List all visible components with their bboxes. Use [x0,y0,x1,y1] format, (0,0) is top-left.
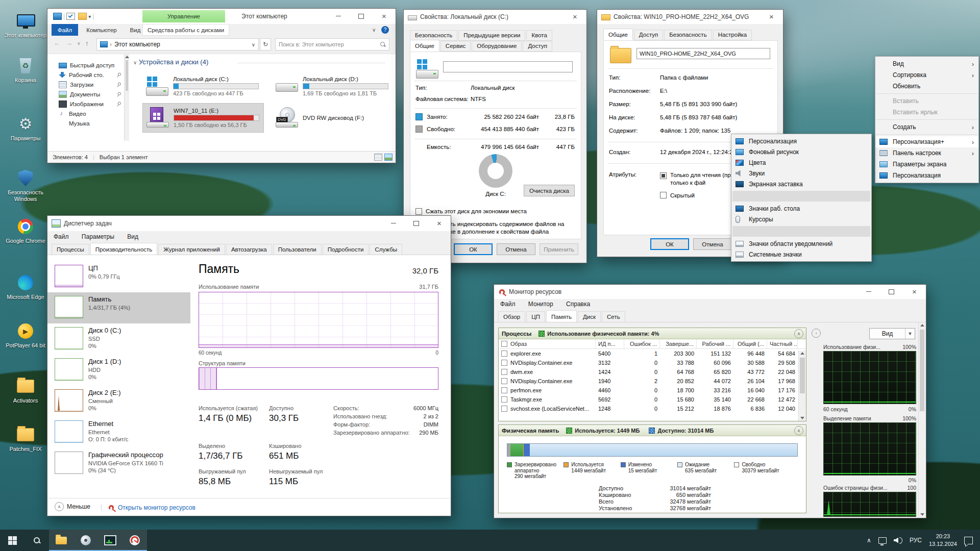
desktop-icon-potplayer[interactable]: ▶ PotPlayer 64 bit [4,321,47,349]
row-checkbox[interactable] [501,396,507,403]
tray-language-indicator[interactable]: РУС [906,530,925,551]
ribbon-expand-icon[interactable]: ∨ [372,27,376,33]
address-bar[interactable]: › Этот компьютер ∨ [96,38,259,51]
tm-tab[interactable]: Автозагрузка [226,244,272,255]
process-row[interactable]: svchost.exe (LocalServiceNet... 1248 0 1… [499,404,806,413]
rm-tab[interactable]: Диск [578,311,601,322]
ok-button[interactable]: ОК [454,243,493,255]
tray-show-hidden-icons[interactable]: ∧ [863,530,875,551]
maximize-button[interactable] [350,9,373,23]
breadcrumb[interactable]: Этот компьютер [114,41,160,48]
tm-tab[interactable]: Службы [370,244,402,255]
process-row[interactable]: NVDisplay.Container.exe 3132 0 33 788 60… [499,358,806,367]
process-row[interactable]: Taskmgr.exe 5692 0 15 680 35 140 22 668 … [499,395,806,404]
tm-sidebar-item[interactable]: Диск 0 (C:) SSD 0% [47,323,190,355]
submenu-item[interactable]: Значки раб. стола › [731,203,871,214]
menu-monitor[interactable]: Монитор [528,300,553,308]
tab-customize[interactable]: Настройка [713,30,752,40]
close-button[interactable]: × [760,10,783,23]
thumbnails-view-icon[interactable] [384,154,393,161]
context-menu-item[interactable]: Создать › [875,121,978,133]
sidebar-nav-item[interactable]: Загрузки [47,80,124,89]
expand-panel-icon[interactable]: › [812,329,821,338]
desktop-icon-activators[interactable]: Activators [4,377,47,404]
menu-file[interactable]: Файл [500,300,516,308]
rm-tab[interactable]: ЦП [526,311,545,322]
submenu-item[interactable]: Цвета › [731,157,871,168]
search-icon[interactable] [380,42,386,47]
hidden-checkbox[interactable] [660,192,667,198]
start-button[interactable] [0,530,24,551]
sidebar-nav-item[interactable]: Музыка [47,118,124,128]
tab-sharing[interactable]: Доступ [634,30,663,40]
tray-volume-icon[interactable] [890,530,906,551]
desktop-icon-recycle-bin[interactable]: ♻ Корзина [4,56,47,84]
context-menu-item[interactable]: Вид › [875,58,978,69]
tm-sidebar-item[interactable]: Графический процессор NVIDIA GeForce GTX… [47,448,190,479]
tm-tab[interactable]: Пользователи [273,244,322,255]
submenu-item[interactable]: Экранная заставка › [731,179,871,189]
rm-tab[interactable]: Сеть [602,311,625,322]
tm-tab[interactable]: Процессы [52,244,89,255]
ribbon-tab-computer[interactable]: Компьютер [80,24,123,36]
taskbar-explorer-button[interactable] [49,530,74,551]
tm-tab[interactable]: Журнал приложений [158,244,225,255]
collapse-panel-icon[interactable]: ∧ [794,329,803,338]
ok-button[interactable]: ОК [650,238,689,250]
drive-tile-e-selected[interactable]: WIN7_10_11 (E:) 1,50 ГБ свободно из 56,3… [142,103,264,133]
desktop-icon-settings[interactable]: ⚙ Параметры [4,114,47,142]
desktop-icon-chrome[interactable]: Google Chrome [4,217,47,244]
qat-new-folder-icon[interactable] [78,13,87,20]
row-checkbox[interactable] [501,406,507,412]
tray-network-icon[interactable] [875,530,890,551]
back-icon[interactable]: ← [54,39,60,47]
sidebar-nav-item[interactable]: Рабочий сто. [47,70,124,80]
close-button[interactable]: × [564,10,586,23]
tab-service[interactable]: Сервис [440,41,471,52]
table-header[interactable]: Образ ИД п... Ошибок ... Заверше... Рабо… [499,339,806,349]
collapse-icon[interactable]: ∨ [133,60,137,65]
maximize-button[interactable] [405,216,428,231]
view-dropdown[interactable]: Вид ▼ [869,328,915,339]
desktop-icon-edge[interactable]: Microsoft Edge [4,273,47,300]
section-header[interactable]: ∨ Устройства и диски (4) [133,58,208,66]
minimize-button[interactable] [857,285,880,298]
submenu-item[interactable]: Персонализация › [731,136,871,146]
dialog-tab[interactable]: Предыдущие версии [458,30,525,41]
menu-file[interactable]: Файл [54,233,69,240]
close-button[interactable]: × [428,216,451,231]
rm-tab[interactable]: Обзор [498,311,525,322]
menu-options[interactable]: Параметры [82,233,114,240]
tab-general[interactable]: Общие [603,29,633,40]
taskbar-task-manager-button[interactable] [98,530,122,551]
select-all-checkbox[interactable] [501,341,507,347]
submenu-item[interactable]: Значки области уведомлений › [731,238,871,249]
tm-sidebar-item[interactable]: ЦП 0% 0,79 ГГц [47,261,190,292]
process-row[interactable]: perfmon.exe 4460 0 18 700 33 216 16 040 … [499,386,806,395]
forward-icon[interactable]: → [66,39,72,47]
process-row[interactable]: explorer.exe 5400 1 203 300 151 132 96 4… [499,349,806,358]
folder-name-field[interactable]: WIN10_PRO-HOME_22H2_X64_OVG [636,48,770,59]
collapse-panel-icon[interactable]: ∧ [794,426,803,435]
drive-tile-c[interactable]: Локальный диск (C:) 423 ГБ свободно из 4… [142,71,264,101]
submenu-item[interactable]: Системные значки › [731,249,871,260]
tm-tab[interactable]: Подробности [323,244,369,255]
window-scrollbar[interactable] [918,322,925,517]
open-resource-monitor-link[interactable]: Открыть монитор ресурсов [108,504,195,511]
tm-sidebar-item[interactable]: Память 1,4/31,7 ГБ (4%) [47,292,190,323]
tm-sidebar-item[interactable]: Диск 2 (E:) Сменный 0% [47,386,190,417]
qat-properties-icon[interactable] [66,13,75,20]
close-button[interactable]: × [373,9,396,23]
tab-hardware[interactable]: Оборудование [472,41,522,52]
tray-clock[interactable]: 20:2313.12.2024 [925,530,961,551]
qat-customize-icon[interactable]: ▾ [88,14,91,19]
nav-scrollbar[interactable] [124,54,129,141]
taskbar-app-button[interactable] [74,530,98,551]
row-checkbox[interactable] [501,378,507,384]
up-icon[interactable]: ↑ [85,39,89,47]
process-row[interactable]: NVDisplay.Container.exe 1940 2 20 852 44… [499,377,806,386]
search-box[interactable]: Поиск в: Этот компьютер [275,38,389,51]
sidebar-nav-item[interactable]: Быстрый доступ [47,60,124,70]
menu-view[interactable]: Вид [127,233,138,240]
tray-action-center-icon[interactable] [961,530,980,551]
